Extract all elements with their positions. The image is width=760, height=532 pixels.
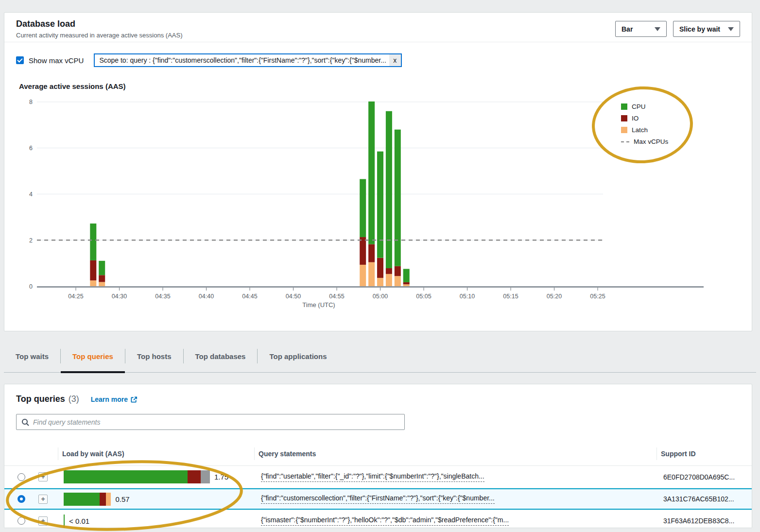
bar-segment-cpu[interactable] [90, 223, 96, 260]
query-statement-link[interactable]: {"find":"usertable","filter":{"_id":"?"}… [261, 472, 484, 482]
x-tick-label: 04:25 [68, 293, 83, 300]
x-tick-label: 04:45 [242, 293, 257, 300]
panel-header: Database load Current activity measured … [4, 13, 752, 42]
row-select-cell [4, 495, 38, 503]
scope-filter-text: Scope to: query : {"find":"customerscoll… [95, 56, 389, 64]
chart-type-dropdown[interactable]: Bar [615, 21, 667, 37]
load-segment-cpu [64, 515, 65, 528]
support-id: 3A131C76AC65B102... [663, 495, 734, 503]
scope-filter-close-icon[interactable]: x [389, 54, 401, 66]
search-input[interactable] [33, 418, 399, 426]
bar-segment-latch[interactable] [360, 265, 366, 286]
column-header-query: Query statements [254, 447, 656, 460]
table-row[interactable]: +< 0.01{"ismaster":{"$numberInt":"?"},"h… [4, 510, 752, 528]
page-subtitle: Current activity measured in average act… [16, 32, 615, 39]
load-segment-io [100, 493, 106, 506]
bar-segment-latch[interactable] [395, 276, 401, 286]
x-tick-label: 04:35 [155, 293, 170, 300]
row-select-cell [4, 473, 38, 481]
y-tick-label: 6 [29, 145, 33, 152]
chevron-down-icon [728, 27, 734, 31]
legend-item-io: IO [621, 115, 668, 122]
y-tick-label: 0 [29, 283, 33, 290]
load-bar [64, 470, 210, 483]
y-tick-label: 2 [29, 237, 33, 244]
expand-row-icon[interactable]: + [38, 495, 48, 504]
row-select-cell [4, 517, 38, 525]
query-search-box [16, 414, 405, 430]
load-by-wait-cell: < 0.01 [58, 515, 254, 528]
tab-top-hosts[interactable]: Top hosts [125, 341, 183, 372]
bar-segment-cpu[interactable] [99, 261, 105, 275]
row-radio[interactable] [17, 517, 25, 525]
table-row[interactable]: +0.57{"find":"customerscollection","filt… [4, 488, 752, 510]
y-tick-label: 8 [29, 99, 33, 105]
learn-more-label: Learn more [91, 395, 128, 403]
bar-segment-latch[interactable] [90, 280, 96, 286]
load-segment-other [201, 470, 210, 483]
show-max-vcpu-checkbox[interactable] [16, 56, 24, 64]
slice-by-dropdown[interactable]: Slice by wait [673, 21, 740, 37]
table-row[interactable]: +1.75{"find":"usertable","filter":{"_id"… [4, 466, 752, 488]
row-expand-cell: + [38, 495, 58, 504]
bar-segment-io[interactable] [377, 258, 383, 278]
bar-segment-latch[interactable] [386, 274, 392, 286]
load-value: < 0.01 [69, 517, 89, 525]
bar-segment-io[interactable] [395, 266, 401, 276]
chevron-down-icon [655, 27, 660, 31]
top-queries-panel: Top queries (3) Learn more [4, 384, 752, 528]
chart-title: Average active sessions (AAS) [19, 82, 126, 90]
x-tick-label: 05:10 [460, 293, 475, 300]
query-statement-cell: {"find":"customerscollection","filter":{… [254, 494, 656, 504]
tab-top-waits[interactable]: Top waits [4, 341, 60, 372]
bar-segment-io[interactable] [99, 275, 105, 282]
support-id-cell: 3A131C76AC65B102... [656, 495, 752, 503]
support-id-cell: 31F63A612DEB83C8... [656, 517, 752, 525]
bar-segment-cpu[interactable] [377, 152, 383, 258]
load-value: 0.57 [115, 495, 129, 503]
bar-segment-cpu[interactable] [403, 269, 410, 282]
bar-segment-io[interactable] [360, 237, 366, 265]
row-radio[interactable] [17, 473, 25, 481]
bar-segment-cpu[interactable] [395, 130, 401, 266]
bar-segment-cpu[interactable] [368, 102, 375, 244]
query-table-header: Load by wait (AAS) Query statements Supp… [4, 442, 752, 466]
legend-swatch-latch [621, 127, 627, 133]
slice-by-dropdown-label: Slice by wait [679, 25, 720, 33]
header-spacer [4, 447, 38, 460]
top-queries-title: Top queries [16, 394, 65, 404]
bar-segment-cpu[interactable] [386, 111, 392, 268]
chart-type-dropdown-label: Bar [622, 25, 633, 33]
query-statement-link[interactable]: {"ismaster":{"$numberInt":"?"},"helloOk"… [261, 516, 509, 526]
legend-label: Max vCPUs [634, 138, 668, 145]
bar-segment-latch[interactable] [99, 282, 105, 286]
bar-segment-latch[interactable] [377, 278, 383, 286]
chart-controls: Show max vCPU Scope to: query : {"find":… [16, 53, 402, 67]
legend-label: CPU [632, 103, 646, 110]
load-segment-cpu [64, 470, 188, 483]
x-axis-label: Time (UTC) [302, 301, 335, 309]
legend-item-latch: Latch [621, 126, 668, 134]
legend-item-max_vcpus: Max vCPUs [621, 138, 668, 145]
query-statement-link[interactable]: {"find":"customerscollection","filter":{… [261, 494, 495, 504]
bar-segment-io[interactable] [386, 268, 392, 274]
legend-label: Latch [632, 126, 648, 134]
bar-segment-io[interactable] [403, 282, 410, 284]
bar-segment-latch[interactable] [403, 284, 410, 286]
row-radio[interactable] [17, 495, 25, 503]
bar-segment-cpu[interactable] [360, 179, 366, 237]
tabs-bar: Top waitsTop queriesTop hostsTop databas… [4, 341, 756, 373]
bar-segment-latch[interactable] [368, 262, 375, 286]
bar-segment-io[interactable] [90, 260, 96, 280]
load-bar [64, 493, 111, 506]
legend-swatch-cpu [621, 103, 627, 110]
tab-top-applications[interactable]: Top applications [258, 341, 338, 372]
learn-more-link[interactable]: Learn more [91, 395, 138, 403]
expand-row-icon[interactable]: + [38, 516, 48, 526]
load-value: 1.75 [214, 473, 228, 481]
tab-top-queries[interactable]: Top queries [61, 341, 125, 372]
bar-segment-io[interactable] [368, 244, 375, 262]
tab-top-databases[interactable]: Top databases [184, 341, 258, 372]
y-tick-label: 4 [29, 191, 33, 198]
expand-row-icon[interactable]: + [38, 472, 48, 481]
